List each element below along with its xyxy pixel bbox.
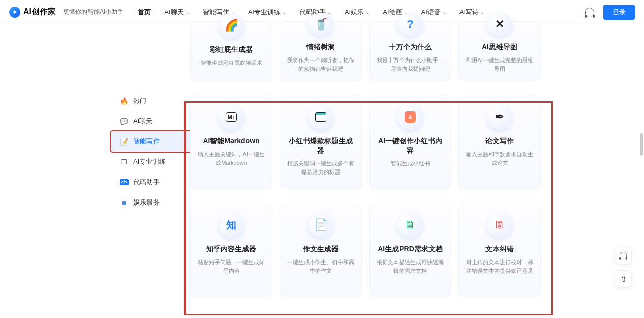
error-doc-icon: 🗎 <box>487 212 512 238</box>
card-prd[interactable]: 🗎 AI生成PRD需求文档 根据文本描述生成可快速编辑的需求文档 <box>369 203 451 297</box>
card-markdown[interactable]: M↓ AI智能Markdown 输入主题关键词，AI一键生成Markdown <box>190 95 272 189</box>
markdown-icon: M↓ <box>219 104 244 130</box>
card-why[interactable]: ? 十万个为什么 我是十万个为什么小助手，尽管向我提问吧 <box>369 21 451 81</box>
flame-icon: 🔥 <box>120 97 128 105</box>
nav-label: AI绘画 <box>383 8 402 17</box>
nav-ai-poem[interactable]: AI写诗⌄ <box>459 8 484 17</box>
card-title: 小红书爆款标题生成器 <box>287 137 354 155</box>
nav-home[interactable]: 首页 <box>138 8 151 17</box>
card-mindmap[interactable]: ✕ AI思维导图 利用AI一键生成完整的思维导图 <box>458 21 541 81</box>
nav-label: AI专业训练 <box>248 8 281 17</box>
sidebar-item-label: AI聊天 <box>133 117 152 126</box>
card-row-bottom: 知 知乎内容生成器 粘贴知乎问题，一键生成知乎内容 📄 作文生成器 一键生成小学… <box>190 203 634 297</box>
chevron-down-icon: ⌄ <box>442 9 446 15</box>
zhihu-icon: 知 <box>219 212 244 238</box>
card-desc: 输入主题和字数要求自动生成论文 <box>466 150 533 167</box>
support-icon[interactable] <box>585 8 594 17</box>
card-desc: 粘贴知乎问题，一键生成知乎内容 <box>198 258 265 275</box>
chevron-down-icon: ⌄ <box>365 9 370 15</box>
nav-items: 首页 AI聊天⌄ 智能写作⌄ AI专业训练⌄ 代码助手⌄ AI娱乐⌄ AI绘画⌄… <box>138 8 484 17</box>
card-title: 文本纠错 <box>485 245 514 254</box>
prd-icon: 🗎 <box>397 212 423 238</box>
card-essay[interactable]: 📄 作文生成器 一键生成小学生、初中和高中的作文 <box>280 203 362 297</box>
float-back-top-button[interactable]: ⇧ <box>615 270 632 287</box>
nav-right: 登录 <box>585 5 635 20</box>
nav-label: AI娱乐 <box>345 8 364 17</box>
card-xhs-content[interactable]: ≡ AI一键创作小红书内容 智能生成小红书 <box>369 95 451 189</box>
card-zhihu[interactable]: 知 知乎内容生成器 粘贴知乎问题，一键生成知乎内容 <box>190 203 272 297</box>
sidebar-item-label: AI专业训练 <box>133 157 166 166</box>
code-icon: </> <box>120 178 128 186</box>
nav-pro-training[interactable]: AI专业训练⌄ <box>248 8 286 17</box>
content-area: 🌈 彩虹屁生成器 智能生成彩虹屁吹捧话术 🥤 情绪树洞 我将作为一个倾听者，把你… <box>222 24 644 297</box>
cup-icon: 🥤 <box>308 13 333 36</box>
cube-icon: ❒ <box>120 158 128 166</box>
essay-icon: 📄 <box>308 212 333 238</box>
question-icon: ? <box>397 13 423 36</box>
card-title: 十万个为什么 <box>389 43 432 52</box>
note-icon: ≡ <box>397 104 423 130</box>
card-desc: 智能生成彩虹屁吹捧话术 <box>201 59 262 67</box>
chevron-down-icon: ⌄ <box>327 9 331 15</box>
sidebar-item-label: 热门 <box>133 96 146 105</box>
card-proofread[interactable]: 🗎 文本纠错 对上传的文本进行校对，标注错误文本并提供修正意见 <box>458 203 541 297</box>
rainbow-icon: 🌈 <box>219 13 244 38</box>
pen-icon: ✒ <box>487 104 512 130</box>
card-title: 作文生成器 <box>303 245 339 254</box>
card-rainbow[interactable]: 🌈 彩虹屁生成器 智能生成彩虹屁吹捧话术 <box>190 21 272 81</box>
page-body: 🔥 热门 💬 AI聊天 📝 智能写作 ❒ AI专业训练 </> 代码助手 ☻ 娱… <box>0 24 644 297</box>
nav-label: AI语音 <box>421 8 441 17</box>
card-desc: 智能生成小红书 <box>391 159 430 168</box>
card-desc: 我将作为一个倾听者，把你的烦恼都告诉我吧 <box>287 56 354 73</box>
nav-label: 首页 <box>138 8 151 17</box>
card-title: AI思维导图 <box>482 43 517 52</box>
card-desc: 我是十万个为什么小助手，尽管向我提问吧 <box>377 56 444 73</box>
scrollbar-thumb[interactable] <box>640 133 643 156</box>
chevron-down-icon: ⌄ <box>282 9 286 15</box>
document-icon: 📝 <box>120 137 128 146</box>
card-xhs-title[interactable]: 小红书爆款标题生成器 根据关键词一键生成多个有爆款潜力的标题 <box>280 95 362 189</box>
card-mood[interactable]: 🥤 情绪树洞 我将作为一个倾听者，把你的烦恼都告诉我吧 <box>280 21 362 81</box>
card-row-middle: M↓ AI智能Markdown 输入主题关键词，AI一键生成Markdown 小… <box>190 95 634 189</box>
card-title: AI一键创作小红书内容 <box>377 137 444 155</box>
smile-icon: ☻ <box>120 198 128 207</box>
card-title: AI智能Markdown <box>203 137 259 146</box>
chevron-down-icon: ⌄ <box>480 9 484 15</box>
brand-logo-icon: ✦ <box>9 7 20 18</box>
chat-icon: 💬 <box>120 117 128 125</box>
nav-ai-voice[interactable]: AI语音⌄ <box>421 8 446 17</box>
chevron-down-icon: ⌄ <box>186 9 190 15</box>
sidebar-item-label: 代码助手 <box>133 178 160 187</box>
sidebar-item-label: 娱乐服务 <box>133 198 160 207</box>
card-title: 知乎内容生成器 <box>206 245 256 254</box>
card-desc: 根据关键词一键生成多个有爆款潜力的标题 <box>287 159 354 176</box>
nav-ai-entertainment[interactable]: AI娱乐⌄ <box>345 8 370 17</box>
float-support-button[interactable] <box>615 247 632 264</box>
nav-label: AI聊天 <box>164 8 183 17</box>
headset-icon <box>620 252 627 259</box>
mindmap-icon: ✕ <box>487 13 512 36</box>
card-row-top: 🌈 彩虹屁生成器 智能生成彩虹屁吹捧话术 🥤 情绪树洞 我将作为一个倾听者，把你… <box>190 21 634 81</box>
card-title: 彩虹屁生成器 <box>210 45 253 54</box>
brand-name: AI创作家 <box>23 7 56 17</box>
login-button[interactable]: 登录 <box>603 5 635 20</box>
brand-tagline: 更懂你的智能AI小助手 <box>63 8 124 16</box>
nav-label: AI写诗 <box>459 8 479 17</box>
card-title: 论文写作 <box>485 137 514 146</box>
card-desc: 对上传的文本进行校对，标注错误文本并提供修正意见 <box>466 258 533 275</box>
card-title: AI生成PRD需求文档 <box>378 245 443 254</box>
brand[interactable]: ✦ AI创作家 <box>9 7 56 18</box>
card-desc: 输入主题关键词，AI一键生成Markdown <box>198 150 265 167</box>
floating-actions: ⇧ <box>615 247 632 287</box>
card-title: 情绪树洞 <box>306 43 335 52</box>
card-thesis[interactable]: ✒ 论文写作 输入主题和字数要求自动生成论文 <box>458 95 541 189</box>
sidebar-item-label: 智能写作 <box>133 137 160 146</box>
window-icon <box>308 104 333 130</box>
nav-ai-chat[interactable]: AI聊天⌄ <box>164 8 189 17</box>
card-desc: 利用AI一键生成完整的思维导图 <box>466 56 533 73</box>
card-desc: 根据文本描述生成可快速编辑的需求文档 <box>377 258 444 275</box>
card-desc: 一键生成小学生、初中和高中的作文 <box>287 258 354 275</box>
